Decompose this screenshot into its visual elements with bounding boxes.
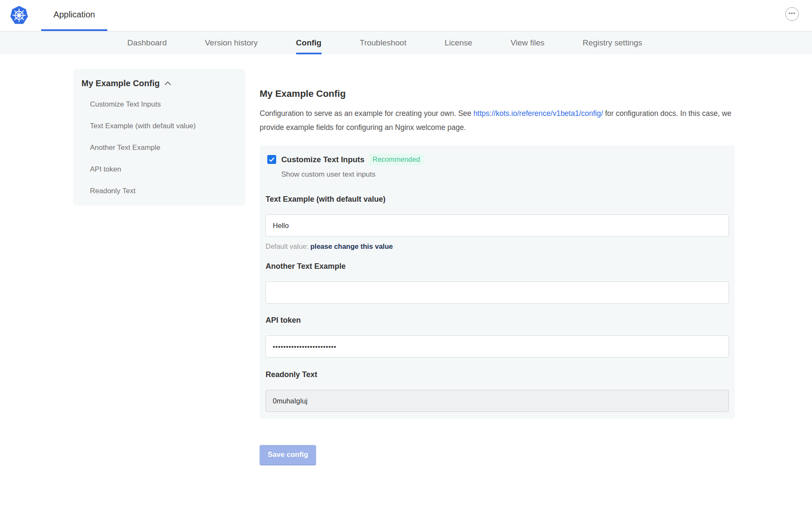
default-value-prefix: Default value: [266,242,310,250]
another-text-example-label: Another Text Example [266,262,729,271]
tab-dashboard[interactable]: Dashboard [127,31,167,54]
config-page: My Example Config Customize Text Inputs … [0,54,812,465]
config-description: Configuration to serve as an example for… [260,107,735,135]
overflow-menu-button[interactable]: ••• [785,7,799,21]
tab-registry-settings[interactable]: Registry settings [582,31,642,54]
customize-text-inputs-checkbox[interactable] [267,155,276,164]
tab-config[interactable]: Config [296,31,322,54]
config-outline-sidebar: My Example Config Customize Text Inputs … [73,69,245,206]
application-tab[interactable]: Application [41,0,107,31]
ellipsis-icon: ••• [789,11,796,18]
tab-troubleshoot[interactable]: Troubleshoot [360,31,406,54]
text-example-help: Default value: please change this value [266,242,729,251]
tab-version-history[interactable]: Version history [205,31,258,54]
config-docs-link[interactable]: https://kots.io/reference/v1beta1/config… [473,109,603,118]
readonly-text-input [266,390,729,412]
recommended-badge: Recommended [369,154,424,165]
tab-license[interactable]: License [445,31,473,54]
kubernetes-logo-icon [9,6,29,25]
app-header: Application ••• [0,0,812,31]
config-group-toggle[interactable]: My Example Config [81,79,237,88]
sidebar-item-another-text-example[interactable]: Another Text Example [81,144,237,152]
sidebar-item-api-token[interactable]: API token [81,165,237,174]
readonly-text-label: Readonly Text [266,370,729,379]
config-group-title: My Example Config [81,79,160,88]
default-value-text: please change this value [310,242,392,250]
save-config-button[interactable]: Save config [260,445,316,465]
sidebar-item-customize-text-inputs[interactable]: Customize Text Inputs [81,100,237,109]
application-tab-label: Application [53,10,95,20]
customize-text-inputs-label: Customize Text Inputs [281,155,364,164]
text-example-input[interactable] [266,214,729,237]
config-outline-list: Customize Text Inputs Text Example (with… [81,100,237,195]
another-text-example-input[interactable] [266,282,729,304]
config-title: My Example Config [260,88,735,99]
chevron-up-icon [165,82,171,85]
api-token-label: API token [266,316,729,325]
sidebar-item-text-example[interactable]: Text Example (with default value) [81,122,237,130]
customize-text-inputs-help: Show custom user text inputs [281,170,729,179]
checkmark-icon [269,157,274,162]
customize-text-inputs-row: Customize Text Inputs Recommended [267,154,729,165]
config-fields-panel: Customize Text Inputs Recommended Show c… [260,146,735,419]
config-main: My Example Config Configuration to serve… [260,69,735,465]
app-nav-tabs: Dashboard Version history Config Trouble… [0,31,812,54]
sidebar-item-readonly-text[interactable]: Readonly Text [81,187,237,195]
text-example-label: Text Example (with default value) [266,195,729,204]
tab-view-files[interactable]: View files [510,31,544,54]
api-token-input[interactable] [266,335,729,358]
description-text-before: Configuration to serve as an example for… [260,109,473,118]
